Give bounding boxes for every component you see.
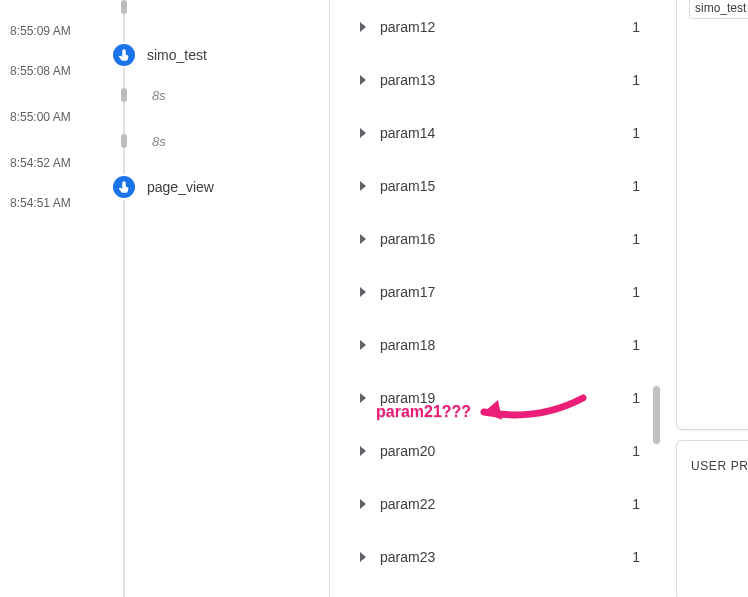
param-row[interactable]: param14 1 [336, 106, 654, 159]
param-row[interactable]: param17 1 [336, 265, 654, 318]
param-value: 1 [632, 72, 640, 88]
timestamp: 8:55:08 AM [10, 64, 71, 78]
param-name: param12 [380, 19, 632, 35]
right-panel-bottom: USER PROPERTIES [676, 440, 748, 597]
event-label: page_view [147, 179, 214, 195]
param-name: param22 [380, 496, 632, 512]
param-value: 1 [632, 390, 640, 406]
param-row[interactable]: param12 1 [336, 0, 654, 53]
param-value: 1 [632, 231, 640, 247]
timestamp: 8:55:00 AM [10, 110, 71, 124]
expand-caret-icon [360, 446, 366, 456]
param-row[interactable]: param20 1 [336, 424, 654, 477]
params-scroll[interactable]: param12 1 param13 1 param14 1 param15 1 … [336, 0, 660, 597]
expand-caret-icon [360, 234, 366, 244]
param-value: 1 [632, 443, 640, 459]
scrollbar[interactable] [653, 386, 660, 444]
param-name: param15 [380, 178, 632, 194]
expand-caret-icon [360, 393, 366, 403]
timeline-tick [121, 0, 127, 14]
timeline-event[interactable]: simo_test [113, 44, 207, 66]
right-panel-top [676, 0, 748, 430]
user-properties-heading: USER PROPERTIES [691, 459, 748, 473]
timeline-tick [121, 134, 127, 148]
param-name: param14 [380, 125, 632, 141]
touch-icon [113, 44, 135, 66]
timeline-panel: 8:55:09 AM 8:55:08 AM 8:55:00 AM 8:54:52… [10, 0, 330, 597]
param-name: param19 [380, 390, 632, 406]
expand-caret-icon [360, 181, 366, 191]
expand-caret-icon [360, 22, 366, 32]
param-row[interactable]: param15 1 [336, 159, 654, 212]
timeline-tick [121, 88, 127, 102]
timestamp: 8:54:52 AM [10, 156, 71, 170]
expand-caret-icon [360, 75, 366, 85]
param-value: 1 [632, 284, 640, 300]
touch-icon [113, 176, 135, 198]
param-row[interactable]: param23 1 [336, 530, 654, 583]
timestamp: 8:55:09 AM [10, 24, 71, 38]
timeline-event[interactable]: page_view [113, 176, 214, 198]
param-name: param17 [380, 284, 632, 300]
param-value: 1 [632, 19, 640, 35]
events-column: simo_test 8s 8s page_view [110, 0, 330, 597]
param-name: param13 [380, 72, 632, 88]
params-panel: param12 1 param13 1 param14 1 param15 1 … [336, 0, 660, 597]
scrollbar-thumb[interactable] [653, 386, 660, 444]
param-row[interactable]: param13 1 [336, 53, 654, 106]
gap-label: 8s [152, 134, 166, 149]
search-input[interactable] [689, 0, 748, 19]
event-label: simo_test [147, 47, 207, 63]
timestamp: 8:54:51 AM [10, 196, 71, 210]
expand-caret-icon [360, 552, 366, 562]
expand-caret-icon [360, 287, 366, 297]
param-name: param20 [380, 443, 632, 459]
param-row[interactable]: param22 1 [336, 477, 654, 530]
param-row[interactable]: param16 1 [336, 212, 654, 265]
expand-caret-icon [360, 128, 366, 138]
param-value: 1 [632, 496, 640, 512]
param-value: 1 [632, 337, 640, 353]
param-value: 1 [632, 178, 640, 194]
param-name: param18 [380, 337, 632, 353]
expand-caret-icon [360, 340, 366, 350]
param-value: 1 [632, 125, 640, 141]
param-row[interactable]: param19 1 [336, 371, 654, 424]
param-value: 1 [632, 549, 640, 565]
gap-label: 8s [152, 88, 166, 103]
param-name: param16 [380, 231, 632, 247]
param-name: param23 [380, 549, 632, 565]
expand-caret-icon [360, 499, 366, 509]
param-row[interactable]: param18 1 [336, 318, 654, 371]
